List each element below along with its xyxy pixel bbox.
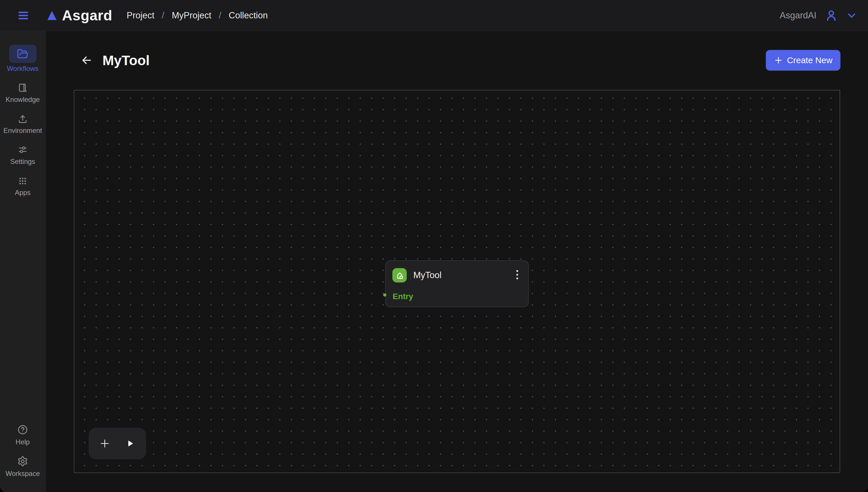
breadcrumb-separator: / bbox=[162, 10, 165, 21]
back-button[interactable] bbox=[79, 53, 94, 68]
canvas-toolbar bbox=[89, 428, 146, 459]
sidebar-item-label: Environment bbox=[3, 127, 42, 134]
sidebar-item-label: Apps bbox=[15, 189, 31, 197]
arrow-left-icon bbox=[80, 54, 93, 66]
node-port-label: Entry bbox=[393, 292, 413, 301]
plus-icon bbox=[774, 56, 783, 65]
logo-text: Asgard bbox=[62, 7, 112, 24]
grid-icon bbox=[18, 176, 28, 186]
hamburger-icon bbox=[17, 10, 30, 21]
sidebar-nav: Workflows Knowledge bbox=[0, 31, 45, 197]
workflow-canvas[interactable]: MyTool Entry bbox=[74, 90, 840, 473]
sidebar-item-workflows[interactable]: Workflows bbox=[7, 45, 39, 73]
breadcrumb: Project / MyProject / Collection bbox=[127, 10, 268, 21]
sidebar: Workflows Knowledge bbox=[0, 31, 46, 492]
sidebar-item-label: Workflows bbox=[7, 65, 39, 73]
sidebar-item-workspace[interactable]: Workspace bbox=[5, 456, 40, 478]
user-icon bbox=[825, 9, 838, 22]
triangle-logo-icon bbox=[46, 10, 58, 21]
plus-icon bbox=[99, 438, 110, 449]
page-header: MyTool Create New bbox=[79, 49, 840, 71]
home-plus-icon bbox=[395, 270, 404, 280]
node-input-port[interactable] bbox=[383, 293, 386, 297]
book-icon bbox=[18, 83, 28, 93]
node-title: MyTool bbox=[413, 268, 442, 282]
sliders-icon bbox=[18, 145, 28, 155]
create-new-label: Create New bbox=[787, 55, 833, 65]
sidebar-item-label: Help bbox=[16, 438, 30, 446]
create-new-button[interactable]: Create New bbox=[766, 50, 840, 71]
sidebar-item-help[interactable]: Help bbox=[16, 424, 30, 446]
sidebar-item-settings[interactable]: Settings bbox=[10, 145, 35, 166]
sidebar-item-apps[interactable]: Apps bbox=[15, 176, 31, 197]
run-button[interactable] bbox=[124, 437, 137, 450]
node-icon-badge bbox=[392, 268, 407, 282]
sidebar-footer: Help Workspace bbox=[0, 424, 45, 478]
account-menu[interactable]: AsgardAI bbox=[779, 9, 857, 22]
hamburger-menu-button[interactable] bbox=[17, 8, 33, 23]
page-title: MyTool bbox=[102, 52, 150, 68]
breadcrumb-project[interactable]: Project bbox=[127, 10, 154, 21]
asgard-app: Asgard Project / MyProject / Collection … bbox=[0, 0, 868, 492]
breadcrumb-separator: / bbox=[219, 10, 221, 21]
kebab-menu-icon bbox=[514, 268, 520, 282]
sidebar-item-label: Workspace bbox=[5, 470, 40, 478]
sidebar-item-label: Settings bbox=[10, 157, 35, 166]
app-logo[interactable]: Asgard bbox=[46, 7, 112, 24]
node-menu-button[interactable] bbox=[512, 267, 522, 283]
breadcrumb-collection[interactable]: Collection bbox=[229, 10, 268, 21]
help-circle-icon bbox=[17, 424, 28, 435]
sidebar-item-knowledge[interactable]: Knowledge bbox=[6, 83, 40, 104]
sidebar-item-environment[interactable]: Environment bbox=[3, 114, 42, 134]
gear-icon bbox=[17, 456, 28, 467]
main-content: MyTool Create New MyTool bbox=[46, 31, 868, 492]
chevron-down-icon bbox=[846, 10, 857, 21]
topbar: Asgard Project / MyProject / Collection … bbox=[0, 0, 868, 31]
sidebar-item-label: Knowledge bbox=[6, 96, 40, 104]
folder-open-icon bbox=[17, 48, 28, 60]
play-icon bbox=[125, 438, 135, 449]
account-name: AsgardAI bbox=[779, 10, 816, 21]
workflow-node-mytool[interactable]: MyTool Entry bbox=[385, 260, 529, 307]
upload-icon bbox=[18, 114, 28, 124]
breadcrumb-myproject[interactable]: MyProject bbox=[172, 10, 211, 21]
add-node-button[interactable] bbox=[98, 437, 111, 450]
